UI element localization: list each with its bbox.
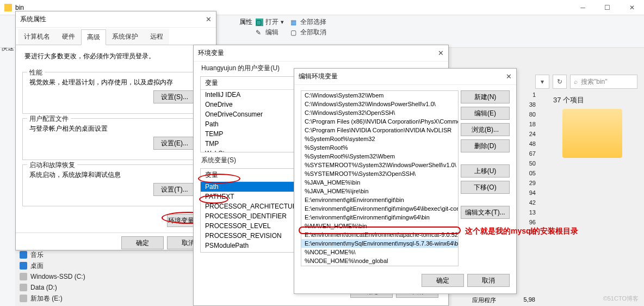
close-button[interactable]: ✕ bbox=[620, 0, 644, 15]
size-cell: 80 bbox=[513, 109, 538, 119]
path-item[interactable]: E:\environment\tomcatEnvironment\apache-… bbox=[301, 230, 458, 239]
path-item[interactable]: %NODE_HOME%\node_cache bbox=[301, 265, 458, 266]
size-cell: 24 bbox=[513, 129, 538, 139]
tree-icon bbox=[20, 295, 27, 302]
tree-icon bbox=[20, 262, 27, 270]
close-icon[interactable]: ✕ bbox=[506, 72, 512, 81]
watermark: ©51CTO博客 bbox=[603, 295, 639, 303]
pinned-column: 文 固定 快速 bbox=[0, 15, 15, 306]
size-cell: 48 bbox=[513, 139, 538, 149]
sys-tab[interactable]: 远程 bbox=[144, 29, 169, 45]
size-cell: 18 bbox=[513, 119, 538, 129]
explorer-title: bin bbox=[15, 4, 24, 11]
nav-bar: ▾ ↻ ⌕ 搜索"bin" bbox=[535, 74, 644, 90]
delete-button[interactable]: 删除(D) bbox=[461, 139, 510, 152]
sys-ok-button[interactable]: 确定 bbox=[121, 236, 164, 249]
path-item[interactable]: E:\environment\gitEnvironment\git\mingw6… bbox=[301, 204, 458, 213]
nav-dropdown[interactable]: ▾ bbox=[535, 75, 549, 89]
size-cell: 67 bbox=[513, 149, 538, 158]
move-up-button[interactable]: 上移(U) bbox=[461, 164, 510, 178]
refresh-button[interactable]: ↻ bbox=[553, 75, 567, 89]
edit-text-button[interactable]: 编辑文本(T)... bbox=[461, 206, 510, 219]
size-cell: 38 bbox=[513, 100, 538, 109]
ribbon-props[interactable]: 属性 bbox=[239, 17, 252, 27]
perf-group: 性能 视觉效果，处理器计划，内存使用，以及虚拟内存 设置(S)... bbox=[22, 72, 209, 114]
sys-intro: 要进行大多数更改，你必须作为管理员登录。 bbox=[16, 45, 216, 68]
file-sizes-column: 13880182448675005299442139605 bbox=[513, 90, 538, 237]
folder-thumbnail[interactable] bbox=[562, 109, 622, 158]
search-input[interactable]: ⌕ 搜索"bin" bbox=[570, 75, 637, 89]
path-item[interactable]: %SYSTEMROOT%\System32\WindowsPowerShell\… bbox=[301, 161, 458, 169]
tree-icon bbox=[20, 273, 27, 280]
perf-settings-button[interactable]: 设置(S)... bbox=[153, 90, 196, 103]
path-item[interactable]: %NODE_HOME%\node_global bbox=[301, 256, 458, 265]
sys-tab[interactable]: 系统保护 bbox=[106, 29, 144, 45]
browse-button[interactable]: 浏览(B)... bbox=[461, 123, 510, 136]
tree-item[interactable]: Data (D:) bbox=[16, 282, 109, 293]
env-title: 环境变量 bbox=[198, 48, 224, 58]
path-item[interactable]: E:\environment\gitEnvironment\git\bin bbox=[301, 195, 458, 204]
select-all-button[interactable]: ▦全部选择 bbox=[290, 17, 326, 27]
open-button[interactable]: ▢打开 ▾ bbox=[256, 17, 284, 27]
path-item[interactable]: %JAVA_HOME%\bin bbox=[301, 178, 458, 187]
size-cell: 13 bbox=[513, 207, 538, 217]
path-item[interactable]: %SystemRoot%\system32 bbox=[301, 134, 458, 143]
profile-group: 用户配置文件 与登录帐户相关的桌面设置 设置(E)... bbox=[22, 118, 209, 160]
size-cell: 1 bbox=[513, 90, 538, 100]
path-item[interactable]: %JAVA_HOME%\jre\bin bbox=[301, 187, 458, 195]
tree-icon bbox=[20, 284, 27, 291]
deselect-all-button[interactable]: ▢全部取消 bbox=[290, 28, 326, 37]
tree-item[interactable]: Windows-SSD (C:) bbox=[16, 271, 109, 282]
size-cell: 96 bbox=[513, 217, 538, 227]
profile-settings-button[interactable]: 设置(E)... bbox=[153, 137, 196, 150]
system-properties-dialog: 系统属性 ✕ 计算机名硬件高级系统保护远程 要进行大多数更改，你必须作为管理员登… bbox=[15, 11, 216, 250]
edit-icon: ✎ bbox=[256, 29, 263, 36]
path-item[interactable]: %SystemRoot% bbox=[301, 143, 458, 152]
edit-env-dialog: 编辑环境变量 ✕ C:\Windows\System32\WbemC:\Wind… bbox=[294, 68, 517, 294]
size-cell: 29 bbox=[513, 178, 538, 188]
app-size: 5,98 bbox=[524, 296, 535, 303]
sys-title: 系统属性 bbox=[20, 15, 46, 24]
folder-icon bbox=[4, 4, 12, 11]
edit-ok-button[interactable]: 确定 bbox=[422, 274, 464, 287]
path-item[interactable]: C:\Windows\System32\WindowsPowerShell\v1… bbox=[301, 100, 458, 108]
edit-button[interactable]: ✎编辑 bbox=[256, 28, 278, 37]
path-item[interactable]: C:\Program Files\NVIDIA Corporation\NVID… bbox=[301, 126, 458, 134]
size-cell: 05 bbox=[513, 168, 538, 178]
item-count: 37 个项目 bbox=[553, 95, 584, 105]
path-item[interactable]: E:\environment\gitEnvironment\git\mingw6… bbox=[301, 213, 458, 222]
sys-tab[interactable]: 高级 bbox=[81, 29, 106, 45]
path-item[interactable]: C:\Program Files (x86)\NVIDIA Corporatio… bbox=[301, 117, 458, 126]
size-cell: 42 bbox=[513, 198, 538, 207]
path-item[interactable]: %SYSTEMROOT%\System32\OpenSSH\ bbox=[301, 169, 458, 178]
edit-cancel-button[interactable]: 取消 bbox=[467, 274, 510, 287]
tree-item[interactable]: 新加卷 (E:) bbox=[16, 293, 109, 304]
edit-title: 编辑环境变量 bbox=[299, 72, 338, 81]
edit-button[interactable]: 编辑(E) bbox=[461, 107, 510, 120]
search-icon: ⌕ bbox=[574, 78, 578, 85]
sys-tabs: 计算机名硬件高级系统保护远程 bbox=[16, 29, 216, 45]
path-listbox[interactable]: C:\Windows\System32\WbemC:\Windows\Syste… bbox=[301, 90, 459, 266]
path-item[interactable]: E:\environment\mySqlEnvironment\mysql-5.… bbox=[301, 239, 458, 248]
sys-tab[interactable]: 硬件 bbox=[56, 29, 81, 45]
new-button[interactable]: 新建(N) bbox=[461, 90, 510, 103]
app-type: 应用程序 bbox=[472, 296, 496, 304]
size-cell: 50 bbox=[513, 158, 538, 168]
minimize-button[interactable]: ─ bbox=[571, 0, 595, 15]
size-cell: 94 bbox=[513, 188, 538, 198]
path-item[interactable]: %SystemRoot%\System32\Wbem bbox=[301, 152, 458, 161]
annotation-text: 这个就是我的mysql的安装根目录 bbox=[465, 227, 578, 236]
deselect-icon: ▢ bbox=[290, 29, 298, 36]
boot-settings-button[interactable]: 设置(T)... bbox=[153, 183, 196, 196]
close-icon[interactable]: ✕ bbox=[206, 15, 212, 23]
path-item[interactable]: %MAVEN_HOME%\bin bbox=[301, 222, 458, 230]
path-item[interactable]: C:\Windows\System32\Wbem bbox=[301, 91, 458, 100]
path-item[interactable]: C:\Windows\System32\OpenSSH\ bbox=[301, 108, 458, 117]
tree-item[interactable]: 桌面 bbox=[16, 260, 109, 271]
path-item[interactable]: %NODE_HOME%\ bbox=[301, 248, 458, 256]
maximize-button[interactable]: ☐ bbox=[595, 0, 620, 15]
close-icon[interactable]: ✕ bbox=[438, 49, 444, 57]
open-icon: ▢ bbox=[256, 19, 263, 26]
move-down-button[interactable]: 下移(O) bbox=[461, 181, 510, 194]
sys-tab[interactable]: 计算机名 bbox=[18, 29, 56, 45]
